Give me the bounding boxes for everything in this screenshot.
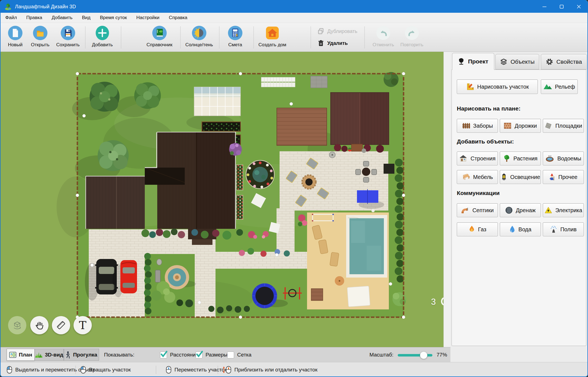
toolbar-separator [85, 26, 85, 48]
furniture-button[interactable]: Мебель [457, 170, 498, 184]
tab-objects[interactable]: Объекты [495, 54, 539, 70]
sand-area[interactable] [307, 209, 389, 309]
close-button[interactable] [570, 1, 587, 13]
wooden-deck[interactable] [277, 108, 327, 145]
tab-project[interactable]: Проект [452, 53, 494, 70]
lantern-icon [501, 173, 507, 181]
menu-file[interactable]: Файл [1, 15, 22, 20]
zoom-slider-thumb[interactable] [420, 352, 427, 359]
sidebar: Проект Объекты Свойства [450, 52, 588, 347]
draw-plot-button[interactable]: Нарисовать участок [457, 79, 538, 94]
greenhouse[interactable] [194, 87, 240, 116]
plants-button[interactable]: Растения [500, 152, 541, 165]
new-button[interactable]: Новый [3, 25, 28, 48]
save-button[interactable]: Сохранить [53, 25, 83, 48]
ponds-button[interactable]: Водоемы [543, 152, 584, 165]
menu-edit[interactable]: Правка [22, 15, 47, 20]
toolbar-separator [121, 26, 121, 48]
lighting-button[interactable]: Освещение [500, 170, 541, 184]
vertical-scrollbar[interactable] [443, 52, 450, 347]
menu-help[interactable]: Справка [164, 15, 192, 20]
tree[interactable] [384, 72, 399, 87]
menu-view[interactable]: Вид [77, 15, 95, 20]
pond-icon [545, 155, 554, 162]
electricity-button[interactable]: Электрика [543, 203, 584, 217]
garden-plan[interactable] [1, 52, 443, 347]
bottom-toolbar: План 3D-вид Прогулка Показывать: [1, 347, 450, 362]
purple-bush[interactable] [229, 143, 242, 156]
gas-button[interactable]: Газ [457, 222, 498, 236]
drainage-button[interactable]: Дренаж [500, 203, 541, 217]
fences-button[interactable]: Заборы [457, 119, 498, 133]
ball[interactable] [371, 209, 375, 212]
wooden-stool[interactable] [311, 289, 323, 301]
toolbar-separator [364, 26, 365, 48]
irrigation-button[interactable]: Полив [543, 222, 584, 236]
menu-add[interactable]: Добавить [47, 15, 77, 20]
minimize-button[interactable] [536, 1, 553, 13]
water-button[interactable]: Вода [500, 222, 541, 236]
measure-tool-button[interactable] [52, 316, 70, 334]
redo-button: Повторить [398, 25, 426, 48]
path-to-patio[interactable] [277, 208, 295, 257]
distances-checkbox[interactable] [160, 352, 167, 358]
save-floppy-icon [60, 25, 76, 41]
reference-button[interactable]: Справочник [139, 25, 180, 48]
grid-checkbox[interactable] [227, 352, 234, 358]
estimate-button[interactable]: Смета [221, 25, 249, 48]
misc-button[interactable]: Прочее [543, 170, 584, 184]
view-tab-plan[interactable]: План [7, 349, 35, 361]
tree[interactable] [134, 82, 161, 109]
barn-roof[interactable] [331, 93, 389, 145]
plant-tree-icon [503, 155, 510, 162]
pipe-icon [461, 207, 469, 214]
cube-3d-icon [12, 320, 22, 330]
toolbar-separator [180, 26, 181, 48]
view-tab-walk[interactable]: Прогулка [64, 349, 99, 361]
car-red[interactable] [113, 260, 137, 297]
gear-icon [546, 58, 553, 65]
mouse-left-click-icon [7, 366, 12, 374]
garden-stone[interactable] [157, 259, 162, 265]
create-house-button[interactable]: Создать дом [255, 25, 290, 48]
sun-shadow-button[interactable]: Солнце/тень [181, 25, 217, 48]
project-tree-icon [458, 58, 465, 65]
white-table[interactable] [347, 286, 370, 307]
delete-button[interactable]: Удалить [317, 40, 348, 47]
toolbar-separator [254, 26, 254, 48]
pool[interactable] [346, 215, 387, 278]
sizes-checkbox[interactable] [196, 352, 202, 358]
tree[interactable] [98, 140, 129, 171]
show-label: Показывать: [104, 347, 135, 362]
maximize-button[interactable] [553, 1, 570, 13]
garage-roof[interactable] [86, 176, 145, 229]
pads-button[interactable]: Площадки [543, 119, 584, 133]
undo-button: Отменить [369, 25, 397, 48]
tab-properties[interactable]: Свойства [541, 54, 587, 70]
zoom-slider[interactable] [398, 354, 432, 357]
text-tool-glyph: T [79, 320, 87, 331]
stone-pad[interactable] [311, 76, 327, 88]
mouse-scroll-zoom-icon [222, 366, 231, 374]
paths-button[interactable]: Дорожки [500, 119, 541, 133]
pan-tool-button[interactable] [30, 316, 49, 334]
water-drop-icon [509, 225, 515, 233]
open-button[interactable]: Открыть [28, 25, 53, 48]
text-tool-button[interactable]: T [74, 316, 92, 334]
drain-icon [505, 206, 513, 214]
add-button[interactable]: Добавить [88, 25, 117, 48]
plan-canvas[interactable]: 3 [1, 52, 443, 347]
draw-plot-icon [466, 83, 474, 91]
bench[interactable] [155, 270, 160, 282]
app-logo-icon [4, 3, 12, 10]
menu-daytime[interactable]: Время суток [95, 15, 131, 20]
septic-button[interactable]: Септики [457, 203, 498, 217]
tree[interactable] [90, 82, 120, 112]
menu-settings[interactable]: Настройки [132, 15, 164, 20]
view-tab-3d[interactable]: 3D-вид [35, 349, 64, 361]
flower-bed-circle[interactable] [246, 160, 274, 189]
sprinkler-icon [550, 225, 557, 233]
buildings-button[interactable]: Строения [457, 152, 498, 165]
hot-tub[interactable] [384, 164, 394, 174]
relief-button[interactable]: Рельеф [541, 79, 578, 94]
